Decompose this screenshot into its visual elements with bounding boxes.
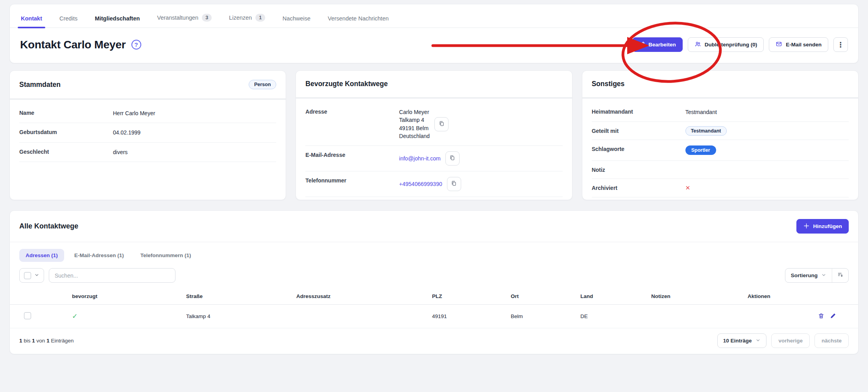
all-contact-ways-title: Alle Kontaktwege bbox=[19, 222, 78, 230]
misc-title: Sonstiges bbox=[592, 80, 625, 88]
more-options-button[interactable]: ⋮ bbox=[833, 37, 848, 52]
tab-nachweise[interactable]: Nachweise bbox=[282, 14, 311, 28]
field-note: Notiz bbox=[592, 161, 849, 179]
delete-row-button[interactable] bbox=[818, 313, 824, 320]
envelope-icon bbox=[776, 41, 782, 48]
clipboard-icon bbox=[451, 180, 457, 188]
duplicate-check-button[interactable]: Dublettenprüfung (0) bbox=[688, 37, 764, 52]
cell-country: DE bbox=[577, 305, 648, 328]
kebab-icon: ⋮ bbox=[837, 40, 844, 49]
stammdaten-title: Stammdaten bbox=[19, 81, 61, 89]
col-ort: Ort bbox=[508, 288, 577, 305]
sort-descending-icon bbox=[837, 272, 844, 279]
tab-lizenzen[interactable]: Lizenzen1 bbox=[228, 12, 266, 28]
field-birthdate: Geburtsdatum 04.02.1999 bbox=[19, 123, 276, 142]
top-tab-bar: Kontakt Credits Mitgliedschaften Veranst… bbox=[10, 4, 858, 28]
entries-info: 1 bis 1 von 1 Einträgen bbox=[19, 338, 74, 344]
shared-tenant-badge: Testmandant bbox=[685, 126, 727, 136]
chevron-down-icon bbox=[755, 338, 761, 344]
cell-city: Belm bbox=[508, 305, 577, 328]
chevron-down-icon bbox=[34, 272, 39, 279]
help-icon[interactable]: ? bbox=[131, 40, 141, 50]
col-aktionen: Aktionen bbox=[744, 288, 858, 305]
add-button[interactable]: Hinzufügen bbox=[796, 219, 849, 234]
field-gender: Geschlecht divers bbox=[19, 143, 276, 162]
tab-email-adressen[interactable]: E-Mail-Adressen (1) bbox=[68, 249, 130, 262]
stammdaten-card: Stammdaten Person Name Herr Carlo Meyer … bbox=[9, 70, 286, 200]
clipboard-icon bbox=[449, 155, 455, 162]
tab-telefonnummern[interactable]: Telefonnummern (1) bbox=[134, 249, 198, 262]
field-home-tenant: Heimatmandant Testmandant bbox=[592, 103, 849, 122]
contact-ways-tab-bar: Adressen (1) E-Mail-Adressen (1) Telefon… bbox=[10, 242, 858, 264]
edit-row-button[interactable] bbox=[830, 313, 836, 320]
select-all-checkbox[interactable] bbox=[24, 272, 31, 279]
copy-email-button[interactable] bbox=[445, 151, 460, 166]
sort-control: Sortierung bbox=[785, 268, 849, 283]
tab-versendete-nachrichten[interactable]: Versendete Nachrichten bbox=[327, 14, 390, 28]
pencil-icon bbox=[639, 41, 645, 48]
select-all-dropdown[interactable] bbox=[19, 268, 44, 283]
table-header-row: bevorzugt Straße Adresszusatz PLZ Ort La… bbox=[10, 288, 858, 305]
tag-sportler[interactable]: Sportler bbox=[685, 145, 716, 155]
edit-button[interactable]: Bearbeiten bbox=[632, 37, 683, 52]
phone-link[interactable]: +4954066999390 bbox=[399, 181, 442, 187]
clipboard-icon bbox=[439, 121, 445, 128]
tab-kontakt[interactable]: Kontakt bbox=[20, 14, 43, 28]
row-checkbox[interactable] bbox=[24, 312, 31, 319]
chevron-down-icon bbox=[821, 272, 826, 279]
cell-street: Talkamp 4 bbox=[183, 305, 293, 328]
page-header: Kontakt Credits Mitgliedschaften Veranst… bbox=[9, 4, 859, 63]
copy-phone-button[interactable] bbox=[447, 177, 461, 191]
trash-icon bbox=[818, 313, 824, 320]
next-page-button[interactable]: nächste bbox=[814, 333, 849, 348]
send-email-button[interactable]: E-Mail senden bbox=[769, 37, 828, 52]
header-actions: Bearbeiten Dublettenprüfung (0) E-Mail s… bbox=[632, 37, 848, 52]
cell-plz: 49191 bbox=[429, 305, 508, 328]
email-link[interactable]: info@john-it.com bbox=[399, 155, 440, 162]
field-phone: Telefonnummer +4954066999390 bbox=[305, 171, 562, 197]
preferred-contact-title: Bevorzugte Kontaktwege bbox=[305, 80, 388, 88]
plus-icon bbox=[803, 223, 810, 230]
page-size-dropdown[interactable]: 10 Einträge bbox=[717, 333, 767, 348]
col-land: Land bbox=[577, 288, 648, 305]
addresses-table: bevorzugt Straße Adresszusatz PLZ Ort La… bbox=[10, 288, 858, 328]
field-email: E-Mail-Adresse info@john-it.com bbox=[305, 146, 562, 171]
col-bevorzugt: bevorzugt bbox=[69, 288, 183, 305]
preferred-check-icon: ✓ bbox=[72, 313, 78, 320]
search-input[interactable] bbox=[49, 268, 175, 283]
copy-address-button[interactable] bbox=[434, 117, 449, 131]
field-name: Name Herr Carlo Meyer bbox=[19, 104, 276, 123]
table-row: ✓ Talkamp 4 49191 Belm DE bbox=[10, 305, 858, 328]
field-archived: Archiviert ✕ bbox=[592, 179, 849, 197]
person-type-badge: Person bbox=[249, 80, 276, 89]
sort-dropdown[interactable]: Sortierung bbox=[785, 269, 832, 282]
col-adresszusatz: Adresszusatz bbox=[293, 288, 429, 305]
tab-credits[interactable]: Credits bbox=[59, 14, 78, 28]
misc-card: Sonstiges Heimatmandant Testmandant Gete… bbox=[582, 70, 859, 200]
all-contact-ways-card: Alle Kontaktwege Hinzufügen Adressen (1)… bbox=[9, 210, 859, 354]
field-shared-with: Geteilt mit Testmandant bbox=[592, 122, 849, 140]
col-plz: PLZ bbox=[429, 288, 508, 305]
cell-notes bbox=[648, 305, 744, 328]
field-tags: Schlagworte Sportler bbox=[592, 140, 849, 161]
tab-mitgliedschaften[interactable]: Mitgliedschaften bbox=[94, 14, 140, 28]
tab-veranstaltungen[interactable]: Veranstaltungen3 bbox=[156, 12, 212, 28]
veranstaltungen-count-badge: 3 bbox=[202, 14, 212, 22]
tab-adressen[interactable]: Adressen (1) bbox=[19, 249, 64, 262]
col-strasse: Straße bbox=[183, 288, 293, 305]
cell-extra bbox=[293, 305, 429, 328]
field-address: Adresse Carlo Meyer Talkamp 4 49191 Belm… bbox=[305, 103, 562, 146]
previous-page-button[interactable]: vorherige bbox=[771, 333, 810, 348]
sort-direction-button[interactable] bbox=[832, 269, 848, 282]
page-title: Kontakt Carlo Meyer bbox=[20, 39, 126, 51]
address-value: Carlo Meyer Talkamp 4 49191 Belm Deutsch… bbox=[399, 108, 430, 140]
preferred-contact-card: Bevorzugte Kontaktwege Adresse Carlo Mey… bbox=[295, 70, 572, 200]
x-mark-icon: ✕ bbox=[685, 184, 691, 191]
lizenzen-count-badge: 1 bbox=[255, 14, 265, 22]
people-icon bbox=[694, 41, 701, 48]
pencil-icon bbox=[830, 313, 836, 320]
col-notizen: Notizen bbox=[648, 288, 744, 305]
